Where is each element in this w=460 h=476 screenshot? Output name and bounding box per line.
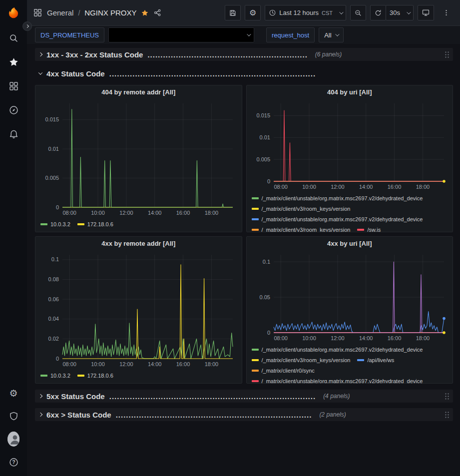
series-color-mark [252, 359, 259, 361]
series-color-mark [77, 375, 84, 377]
time-range-label: Last 12 hours [279, 9, 319, 16]
topbar: General / NGINX PROXY ⚙ Last 12 hours CS… [27, 0, 460, 26]
series-label: /_matrix/client/unstable/org.matrix.msc2… [262, 378, 423, 384]
time-range-picker[interactable]: Last 12 hours CST [265, 5, 346, 20]
row-header-6xx[interactable]: 6xx > Status Code ......................… [35, 408, 453, 421]
legend-item[interactable]: /_matrix/client/v3/room_keys/version [252, 205, 351, 212]
breadcrumb-section[interactable]: General [47, 8, 73, 17]
kebab-menu-button[interactable] [438, 5, 454, 20]
chevron-down-icon [407, 10, 411, 14]
legend-item[interactable]: /sw.js [357, 226, 381, 232]
legend-item[interactable]: 172.18.0.6 [77, 372, 113, 379]
refresh-interval-picker[interactable]: 30s [386, 5, 414, 20]
svg-text:0.015: 0.015 [45, 116, 59, 122]
dashboard-body: 1xx - 3xx - 2xx Status Code ............… [35, 48, 453, 421]
datasource-picker[interactable] [108, 27, 254, 42]
refresh-group: 30s [370, 5, 414, 20]
legend-item[interactable]: /_matrix/client/unstable/org.matrix.msc2… [252, 377, 423, 384]
sidebar-item-search[interactable] [7, 32, 19, 44]
panel-title[interactable]: 4xx by uri [All] [251, 240, 449, 251]
timeseries-chart[interactable]: 00.020.040.060.080.108:0010:0012:0014:00… [39, 251, 238, 370]
row-drag-handle-icon[interactable] [445, 393, 449, 400]
request-host-picker[interactable]: All [319, 27, 343, 42]
page-title[interactable]: NGINX PROXY [84, 8, 136, 17]
share-icon[interactable] [153, 8, 162, 17]
svg-text:0.08: 0.08 [48, 276, 59, 282]
legend-item[interactable]: /_matrix/client/unstable/org.matrix.msc2… [252, 215, 423, 223]
legend-item[interactable]: 10.0.3.2 [40, 372, 70, 379]
search-icon [8, 33, 19, 43]
grafana-logo-icon[interactable] [5, 5, 22, 22]
row-drag-handle-icon[interactable] [445, 51, 449, 58]
legend-item[interactable]: /_matrix/client/v3/room_keys/version [252, 226, 351, 232]
series-color-mark [252, 380, 259, 382]
svg-text:08:00: 08:00 [62, 210, 76, 216]
series-color-mark [252, 208, 259, 210]
sidebar-item-alerting[interactable] [7, 128, 19, 140]
refresh-button[interactable] [370, 5, 386, 20]
sidebar-item-configuration[interactable]: ⚙ [7, 387, 19, 399]
svg-text:14:00: 14:00 [148, 361, 162, 367]
sidebar-item-help[interactable]: ? [7, 456, 19, 468]
save-dashboard-button[interactable] [225, 5, 241, 20]
svg-text:18:00: 18:00 [205, 361, 219, 367]
sidebar-expand-button[interactable] [22, 21, 32, 31]
refresh-interval-label: 30s [390, 9, 400, 16]
panel-title[interactable]: 404 by remote addr [All] [39, 88, 238, 99]
legend-item[interactable]: 10.0.3.2 [40, 220, 70, 228]
svg-text:0.01: 0.01 [259, 134, 270, 140]
panel-404-by-uri: 404 by uri [All] 00.0050.010.01508:0010:… [246, 85, 454, 232]
chevron-right-icon [38, 52, 42, 56]
series-label: /_matrix/client/r0/sync [262, 368, 315, 374]
breadcrumb: General / NGINX PROXY [33, 8, 162, 17]
svg-text:18:00: 18:00 [205, 210, 219, 216]
datasource-variable-label[interactable]: DS_PROMETHEUS [35, 27, 104, 42]
series-label: 172.18.0.6 [87, 221, 113, 227]
series-label: /_matrix/client/v3/room_keys/version [262, 206, 351, 212]
sidebar-item-dashboards[interactable] [7, 80, 19, 92]
series-label: /_matrix/client/unstable/org.matrix.msc2… [262, 216, 423, 222]
timeseries-chart[interactable]: 00.050.108:0010:0012:0014:0016:0018:00 [251, 251, 449, 344]
row-header-4xx[interactable]: 4xx Status Code ........................… [35, 67, 453, 80]
star-icon [8, 57, 19, 67]
svg-text:0: 0 [267, 178, 270, 184]
svg-text:0: 0 [56, 356, 59, 362]
row-drag-handle-icon[interactable] [445, 411, 449, 418]
legend-item[interactable]: /api/live/ws [357, 356, 394, 364]
sidebar-item-starred[interactable] [7, 56, 19, 68]
timeseries-chart[interactable]: 00.0050.010.01508:0010:0012:0014:0016:00… [39, 99, 238, 218]
legend-item[interactable]: /_matrix/client/unstable/org.matrix.msc2… [252, 194, 423, 202]
legend-item[interactable]: /_matrix/client/r0/sync [252, 367, 315, 374]
row-header-1xx-3xx-2xx[interactable]: 1xx - 3xx - 2xx Status Code ............… [35, 48, 453, 61]
panel-title[interactable]: 404 by uri [All] [251, 88, 449, 99]
sidebar-nav [7, 32, 19, 140]
dashboard-settings-button[interactable]: ⚙ [245, 5, 261, 20]
svg-text:0.01: 0.01 [48, 146, 59, 152]
request-host-value: All [324, 31, 331, 39]
row-title: 4xx Status Code [46, 69, 105, 78]
tv-mode-button[interactable] [418, 5, 434, 20]
series-label: 10.0.3.2 [50, 221, 70, 227]
sidebar-item-server-admin[interactable] [7, 410, 19, 422]
gear-icon: ⚙ [9, 389, 17, 398]
request-host-variable-label[interactable]: request_host [266, 27, 315, 42]
refresh-icon [374, 9, 382, 17]
row-header-5xx[interactable]: 5xx Status Code ........................… [35, 390, 453, 403]
legend-item[interactable]: /_matrix/client/v3/room_keys/version [252, 356, 351, 364]
legend-item[interactable]: 172.18.0.6 [77, 220, 113, 228]
compass-icon [8, 105, 19, 115]
sidebar-bottom: ⚙ ? [7, 387, 19, 471]
svg-text:18:00: 18:00 [416, 335, 430, 341]
sidebar-item-explore[interactable] [7, 104, 19, 116]
panel-legend: 10.0.3.2172.18.0.6 [39, 220, 238, 228]
chevron-down-icon [38, 70, 42, 74]
timeseries-chart[interactable]: 00.0050.010.01508:0010:0012:0014:0016:00… [251, 99, 449, 192]
panel-title[interactable]: 4xx by remote addr [All] [39, 240, 238, 251]
svg-text:0.015: 0.015 [256, 112, 270, 118]
legend-item[interactable]: /_matrix/client/unstable/org.matrix.msc2… [252, 346, 423, 353]
breadcrumb-separator: / [78, 9, 80, 17]
favorite-star-icon[interactable] [141, 9, 149, 17]
dashboards-grid-icon [8, 81, 19, 91]
sidebar-item-profile[interactable] [7, 433, 19, 445]
zoom-out-time-button[interactable] [350, 5, 366, 20]
